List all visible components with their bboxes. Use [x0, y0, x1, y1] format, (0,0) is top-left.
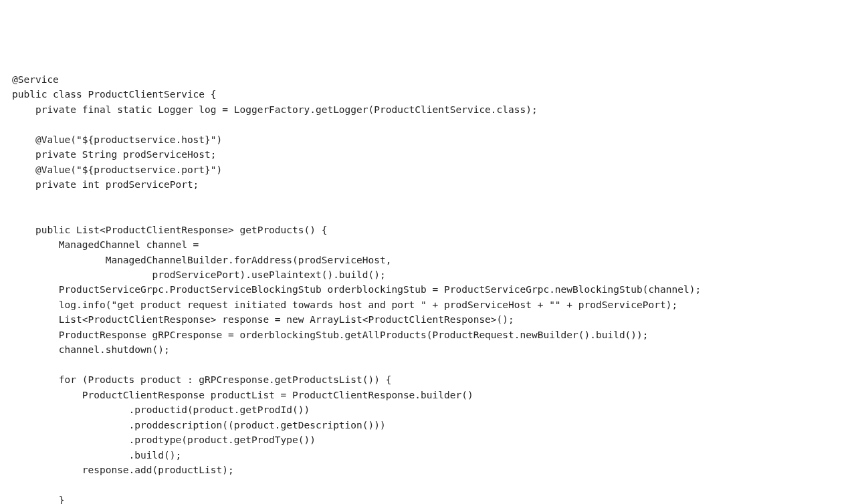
code-line: ProductServiceGrpc.ProductServiceBlockin… — [12, 284, 701, 295]
code-line: .proddescription((product.getDescription… — [12, 420, 386, 430]
code-line: response.add(productList); — [12, 465, 234, 475]
code-line: log.info("get product request initiated … — [12, 299, 677, 310]
code-line: private final static Logger log = Logger… — [12, 104, 538, 115]
code-line: List<ProductClientResponse> response = n… — [12, 314, 514, 325]
code-block: @Service public class ProductClientServi… — [12, 72, 854, 504]
code-line: ProductResponse gRPCresponse = orderbloc… — [12, 330, 649, 340]
code-line: ManagedChannel channel = — [12, 239, 199, 250]
code-line: .build(); — [12, 450, 181, 461]
code-line: public class ProductClientService { — [12, 89, 217, 100]
code-line: for (Products product : gRPCresponse.get… — [12, 374, 391, 385]
code-line: prodServicePort).usePlaintext().build(); — [12, 269, 386, 280]
code-line: ManagedChannelBuilder.forAddress(prodSer… — [12, 255, 391, 265]
code-line: private int prodServicePort; — [12, 179, 199, 190]
code-line: public List<ProductClientResponse> getPr… — [12, 225, 327, 235]
code-line: @Value("${productservice.host}") — [12, 134, 222, 145]
code-line: } — [12, 495, 65, 504]
code-line: channel.shutdown(); — [12, 344, 170, 355]
code-line: @Service — [12, 74, 59, 85]
code-line: ProductClientResponse productList = Prod… — [12, 390, 473, 400]
code-line: @Value("${productservice.port}") — [12, 164, 222, 175]
code-line: .prodtype(product.getProdType()) — [12, 434, 316, 445]
code-line: private String prodServiceHost; — [12, 149, 217, 160]
code-line: .productid(product.getProdId()) — [12, 404, 310, 415]
